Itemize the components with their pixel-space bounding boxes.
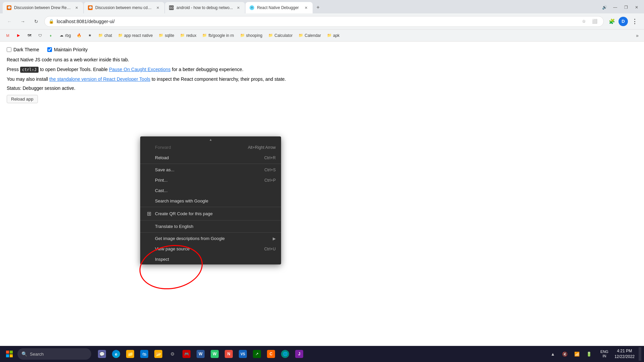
context-menu-cast[interactable]: Cast... [140,185,281,196]
bookmark-maps[interactable]: 🗺 [24,31,34,40]
taskbar-app-red[interactable]: 🎮 [180,347,193,361]
context-menu-view-source[interactable]: View page source Ctrl+U [140,244,281,254]
bookmark-appreactnative[interactable]: 📁 app react native [115,31,155,40]
bookmark-fbgoogle[interactable]: 📁 fb/google in rn [200,31,236,40]
tab-1-close[interactable]: ✕ [74,5,79,10]
bookmark-star-favicon: ★ [88,33,92,38]
extensions-button[interactable]: 🧩 [606,16,617,27]
dark-theme-checkbox[interactable] [7,47,11,52]
maximize-button[interactable]: ❐ [621,3,631,12]
tray-battery-icon[interactable]: 🔋 [584,349,594,359]
lock-icon: 🔒 [49,19,54,24]
bookmark-wakatime[interactable]: ♦ [46,31,56,40]
forward-button[interactable]: → [17,16,28,27]
more-button[interactable]: ⋮ [629,16,640,27]
tab-2-close[interactable]: ✕ [155,5,160,10]
context-menu-save-as[interactable]: Save as... Ctrl+S [140,165,281,175]
save-as-shortcut: Ctrl+S [264,168,276,172]
bookmark-shooping[interactable]: 📁 shooping [237,31,265,40]
mute-button[interactable]: 🔊 [600,3,609,12]
bookmark-calendar[interactable]: 📁 Calendar [296,31,324,40]
bookmark-fire[interactable]: 🔥 [74,31,84,40]
context-menu-search-images[interactable]: Search images with Google [140,196,281,206]
taskbar-app-folder[interactable]: 📂 [152,347,165,361]
purple-app-icon: J [295,350,303,358]
dark-theme-checkbox-label[interactable]: Dark Theme [7,47,39,52]
bookmark-star[interactable]: ★ [85,31,95,40]
new-tab-button[interactable]: + [313,3,323,12]
taskbar-app-notepad[interactable]: N [222,347,235,361]
taskbar-app-purple[interactable]: J [292,347,306,361]
context-menu-image-desc[interactable]: Get image descriptions from Google ▶ [140,233,281,244]
bookmark-sqlite[interactable]: 📁 sqlite [156,31,177,40]
taskbar-app-teams[interactable]: 💬 [95,347,109,361]
taskbar-search[interactable]: 🔍 Search [17,348,91,360]
taskbar-app-arrow[interactable]: ↗ [250,347,264,361]
taskbar-app-word2[interactable]: W [208,347,221,361]
inspect-label: Inspect [155,257,276,262]
url-bar[interactable]: 🔒 localhost:8081/debugger-ui/ ☆ ⬜ [44,16,604,27]
bookmark-sqlite-favicon: 📁 [159,33,163,38]
maintain-priority-checkbox-label[interactable]: Maintain Priority [47,47,88,52]
minimize-button[interactable]: — [610,3,620,12]
word2-icon: W [211,350,219,358]
bookmarks-bar: M ▶ 🗺 🛡 ♦ ☁ rbg 🔥 ★ 📁 chat 📁 app [0,29,644,42]
tab-1-title: Discussion between Drew Rees... [14,5,71,10]
bookmark-shield[interactable]: 🛡 [35,31,45,40]
taskbar-app-vscode[interactable]: VS [236,347,250,361]
pause-exceptions-link[interactable]: Pause On Caught Exceptions [109,67,171,72]
profile-icon[interactable]: D [619,17,628,26]
tab-4-close[interactable]: ✕ [303,5,309,10]
taskbar-clock[interactable]: 4:21 PM 12/22/2022 [612,348,637,360]
tab-3-close[interactable]: ✕ [235,5,241,10]
bookmark-apk[interactable]: 📁 apk [324,31,342,40]
bookmark-calculator[interactable]: 📁 Calculator [266,31,295,40]
bookmarks-more-button[interactable]: » [633,32,641,40]
context-menu-forward[interactable]: Forward Alt+Right Arrow [140,142,281,153]
tray-up-arrow[interactable]: ▲ [547,349,558,359]
context-menu-qr-code[interactable]: ⊞ Create QR Code for this page [140,208,281,220]
taskbar-app-chrome[interactable]: 🌐 [278,347,292,361]
bookmark-shield-favicon: 🛡 [38,33,42,38]
bookmark-button[interactable]: ☆ [579,17,589,26]
close-button[interactable]: ✕ [632,3,641,12]
bookmark-redux[interactable]: 📁 redux [177,31,199,40]
tab-1[interactable]: 💬 Discussion between Drew Rees... ✕ [3,2,83,13]
taskbar-app-orange[interactable]: C [264,347,278,361]
bookmark-apk-label: apk [333,33,339,38]
reload-button[interactable]: ↻ [31,16,42,27]
language-indicator[interactable]: ENG IN [598,350,610,358]
tab-2[interactable]: 💬 Discussion between menu cd a... ✕ [84,2,164,13]
bookmark-sqlite-label: sqlite [165,33,174,38]
address-bar: ← → ↻ 🔒 localhost:8081/debugger-ui/ ☆ ⬜ … [0,13,644,29]
maintain-priority-checkbox[interactable] [47,47,52,52]
tab-4[interactable]: ⚛ React Native Debugger ✕ [246,2,313,13]
taskbar-app-word[interactable]: W [194,347,207,361]
url-text: localhost:8081/debugger-ui/ [57,19,577,24]
taskbar-app-edge[interactable]: e [109,347,123,361]
back-button[interactable]: ← [4,16,15,27]
show-desktop-button[interactable] [639,347,641,361]
context-menu-print[interactable]: Print... Ctrl+P [140,175,281,185]
taskbar-app-store[interactable]: 🛍 [138,347,151,361]
bookmark-gmail[interactable]: M [3,31,13,40]
taskbar-app-file-explorer[interactable]: 📁 [123,347,137,361]
tray-network-icon[interactable]: 📶 [572,349,582,359]
context-menu-translate[interactable]: Translate to English [140,221,281,232]
tab-3[interactable]: SO android - how to debug netwo... ✕ [165,2,245,13]
standalone-tools-link[interactable]: the standalone version of React Develope… [49,76,150,82]
context-menu-inspect[interactable]: Inspect [140,254,281,264]
bookmark-rbg[interactable]: ☁ rbg [56,31,73,40]
bookmark-fbgoogle-favicon: 📁 [202,33,207,38]
context-menu-reload[interactable]: Reload Ctrl+R [140,153,281,163]
info-text-2-pre: Press [7,67,20,72]
bookmark-chat[interactable]: 📁 chat [96,31,115,40]
reload-app-button[interactable]: Reload app [7,95,38,103]
taskbar-app-settings[interactable]: ⚙ [166,347,179,361]
keyboard-shortcut: ctrl⇧J [20,67,39,73]
bookmark-youtube[interactable]: ▶ [13,31,23,40]
bookmark-maps-favicon: 🗺 [27,33,32,38]
tray-mute-icon[interactable]: 🔇 [559,349,570,359]
start-button[interactable] [3,347,16,361]
screenshare-button[interactable]: ⬜ [590,17,599,26]
